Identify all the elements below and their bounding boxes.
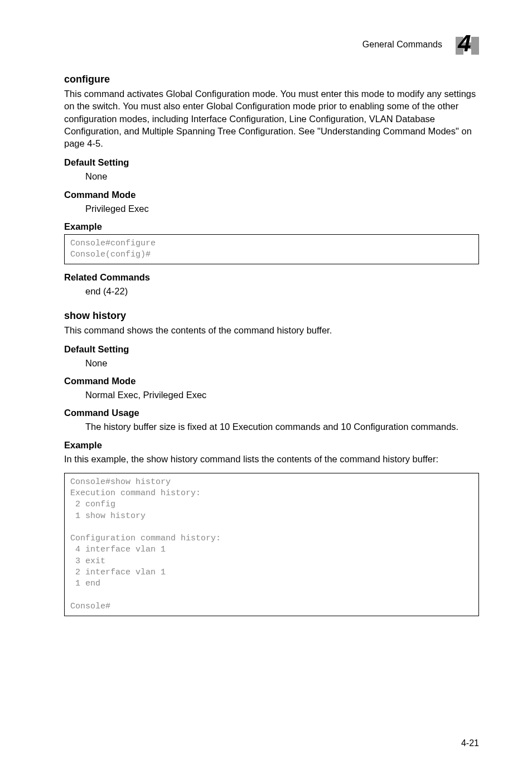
example-label: Example (64, 440, 479, 451)
command-mode-label: Command Mode (64, 190, 479, 200)
related-commands-value: end (4-22) (64, 285, 479, 297)
configure-example-code: Console#configure Console(config)# (64, 234, 479, 265)
chapter-number-icon: 4 (452, 33, 479, 56)
svg-text:4: 4 (457, 33, 471, 56)
command-usage-label: Command Usage (64, 408, 479, 418)
show-history-section: show history This command shows the cont… (64, 310, 479, 616)
configure-section: configure This command activates Global … (64, 74, 479, 298)
command-usage-value: The history buffer size is fixed at 10 E… (64, 420, 479, 433)
default-setting-value: None (64, 357, 479, 369)
configure-description: This command activates Global Configurat… (64, 88, 479, 149)
example-label: Example (64, 221, 479, 232)
related-commands-label: Related Commands (64, 272, 479, 283)
command-mode-value: Normal Exec, Privileged Exec (64, 389, 479, 401)
default-setting-label: Default Setting (64, 157, 479, 168)
command-mode-value: Privileged Exec (64, 202, 479, 215)
show-history-example-code: Console#show history Execution command h… (64, 473, 479, 616)
configure-heading: configure (64, 74, 479, 85)
page-number: 4-21 (461, 738, 479, 748)
page-header: General Commands 4 (64, 33, 479, 56)
command-mode-label: Command Mode (64, 376, 479, 386)
show-history-description: This command shows the contents of the c… (64, 324, 479, 336)
show-history-heading: show history (64, 310, 479, 322)
header-section-title: General Commands (362, 40, 442, 50)
example-intro: In this example, the show history comman… (64, 453, 479, 465)
default-setting-label: Default Setting (64, 344, 479, 355)
default-setting-value: None (64, 170, 479, 182)
